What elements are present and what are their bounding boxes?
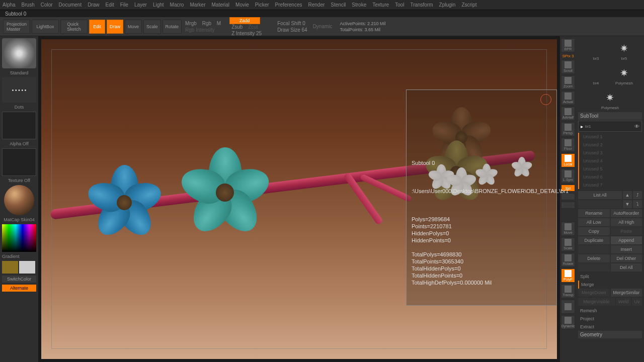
alpha-preview[interactable] xyxy=(2,112,36,139)
tool-thumb[interactable]: br3 xyxy=(584,40,609,61)
autoreorder-button[interactable]: AutoReorder xyxy=(611,209,642,217)
menu-edit[interactable]: Edit xyxy=(106,2,114,8)
brush-preview[interactable] xyxy=(2,38,36,68)
menu-material[interactable]: Material xyxy=(212,2,230,8)
spix-label[interactable]: SPix 3 xyxy=(561,54,575,58)
menu-macro[interactable]: Macro xyxy=(170,2,184,8)
remesh-button[interactable]: Remesh xyxy=(578,307,642,315)
menu-color[interactable]: Color xyxy=(41,2,53,8)
projection-master-button[interactable]: Projection Master xyxy=(3,20,30,34)
eye-icon[interactable]: 👁 xyxy=(634,124,639,129)
menu-preferences[interactable]: Preferences xyxy=(275,2,302,8)
dynamic-toggle[interactable]: Dynamic xyxy=(311,24,335,29)
merge-button[interactable]: Merge xyxy=(578,281,642,289)
mrgb-toggle[interactable]: Mrgb xyxy=(183,21,199,26)
menu-brush[interactable]: Brush xyxy=(22,2,35,8)
menu-zscript[interactable]: Zscript xyxy=(461,2,476,8)
menu-light[interactable]: Light xyxy=(153,2,164,8)
alternate-button[interactable]: Alternate xyxy=(2,285,36,292)
up-arrow-button[interactable]: ▲ xyxy=(623,191,632,199)
menu-stencil[interactable]: Stencil xyxy=(331,2,346,8)
subtool-slot[interactable]: Unused 4 xyxy=(581,157,642,165)
zsub-toggle[interactable]: Zsub xyxy=(229,24,245,30)
menu-document[interactable]: Document xyxy=(59,2,82,8)
scale-button[interactable]: Scale xyxy=(143,20,161,34)
delother-button[interactable]: Del Other xyxy=(611,254,642,262)
move-down-button[interactable]: ⤵ xyxy=(633,200,642,208)
move-up-button[interactable]: ⤴ xyxy=(633,191,642,199)
menu-picker[interactable]: Picker xyxy=(255,2,269,8)
subtool-slot[interactable]: Unused 7 xyxy=(581,181,642,189)
rename-button[interactable]: Rename xyxy=(578,209,610,217)
extract-button[interactable]: Extract xyxy=(578,323,642,331)
insert-button[interactable]: Insert xyxy=(611,245,642,253)
scroll-button[interactable]: Scroll xyxy=(561,60,575,74)
color-picker[interactable] xyxy=(2,224,36,252)
material-preview[interactable] xyxy=(4,185,34,215)
persp-button[interactable]: Persp xyxy=(561,122,575,136)
gradient-label[interactable]: Gradient xyxy=(2,254,36,259)
m-toggle[interactable]: M xyxy=(215,21,223,26)
menu-stroke[interactable]: Stroke xyxy=(352,2,366,8)
ghost-button[interactable] xyxy=(561,300,575,314)
menu-tool[interactable]: Tool xyxy=(395,2,404,8)
down-arrow-button[interactable]: ▼ xyxy=(623,200,632,208)
aahalf-button[interactable]: AAHalf xyxy=(561,107,575,121)
menu-texture[interactable]: Texture xyxy=(372,2,389,8)
subtool-active[interactable]: ▸ br1 👁 xyxy=(578,121,642,132)
tool-thumb[interactable]: ✷Polymesh xyxy=(612,65,637,85)
subtool-header[interactable]: SubTool xyxy=(578,112,642,120)
delall-button[interactable]: Del All xyxy=(611,263,642,272)
texture-preview[interactable] xyxy=(2,148,36,176)
menu-layer[interactable]: Layer xyxy=(134,2,147,8)
menu-draw[interactable]: Draw xyxy=(88,2,99,8)
listall-button[interactable]: List All xyxy=(578,191,622,199)
duplicate-button[interactable]: Duplicate xyxy=(578,236,610,244)
split-button[interactable]: Split xyxy=(578,273,642,281)
switchcolor-button[interactable]: SwitchColor xyxy=(2,276,36,283)
mergevisible-button[interactable]: MergeVisible xyxy=(578,298,615,306)
viewport[interactable]: Subtool 0 :\Users\User000\Desktop\BRONZE… xyxy=(40,38,558,360)
subtool-slot[interactable]: Unused 5 xyxy=(581,165,642,173)
append-button[interactable]: Append xyxy=(611,236,642,244)
actual-button[interactable]: Actual xyxy=(561,91,575,105)
draw-size-slider[interactable]: Draw Size 64 xyxy=(275,27,309,33)
delete-button[interactable]: Delete xyxy=(578,254,610,262)
primary-color-swatch[interactable] xyxy=(2,261,18,274)
mergedown-button[interactable]: MergeDown xyxy=(578,289,610,297)
uv-button[interactable]: Uv xyxy=(632,298,642,306)
menu-movie[interactable]: Movie xyxy=(235,2,249,8)
tool-thumb[interactable]: ✷br5 xyxy=(612,40,637,61)
geometry-header[interactable]: Geometry xyxy=(578,331,642,338)
allhigh-button[interactable]: All High xyxy=(611,218,642,226)
tool-thumb[interactable]: ✷Polymesh xyxy=(598,89,623,110)
focal-shift-slider[interactable]: Focal Shift 0 xyxy=(275,21,307,26)
mergesimilar-button[interactable]: MergeSimilar xyxy=(611,289,642,297)
project-button[interactable]: Project xyxy=(578,315,642,323)
rgb-toggle[interactable]: Rgb xyxy=(200,21,213,26)
alllow-button[interactable]: All Low xyxy=(578,218,610,226)
stroke-preview[interactable]: • • • • • xyxy=(2,77,36,103)
bpr-button[interactable]: BPR xyxy=(561,38,575,52)
move-button[interactable]: Move xyxy=(125,20,142,34)
dynamic-button[interactable]: Dynamic xyxy=(561,315,575,329)
draw-button[interactable]: Draw xyxy=(107,20,123,34)
menu-zplugin[interactable]: Zplugin xyxy=(439,2,456,8)
secondary-color-swatch[interactable] xyxy=(19,261,35,274)
zadd-toggle[interactable]: Zadd xyxy=(229,17,260,24)
menu-transform[interactable]: Transform xyxy=(410,2,433,8)
menu-marker[interactable]: Marker xyxy=(190,2,205,8)
weld-button[interactable]: Weld xyxy=(616,298,631,306)
menu-render[interactable]: Render xyxy=(308,2,325,8)
tool-thumb[interactable]: br4 xyxy=(584,65,609,85)
rotate-button[interactable]: Rotate xyxy=(163,20,182,34)
edit-button[interactable]: Edit xyxy=(89,20,105,34)
menu-alpha[interactable]: Alpha xyxy=(3,2,16,8)
copy-button[interactable]: Copy xyxy=(578,227,610,235)
subtool-slot[interactable]: Unused 1 xyxy=(581,133,642,141)
lightbox-button[interactable]: LightBox xyxy=(32,20,59,34)
menu-file[interactable]: File xyxy=(120,2,128,8)
zoom-button[interactable]: Zoom xyxy=(561,75,575,89)
subtool-slot[interactable]: Unused 3 xyxy=(581,149,642,157)
subtool-slot[interactable]: Unused 6 xyxy=(581,173,642,181)
